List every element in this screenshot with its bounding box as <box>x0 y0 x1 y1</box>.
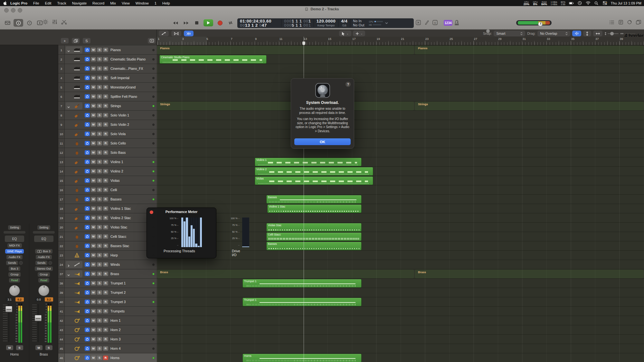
track-on-button[interactable] <box>85 57 90 61</box>
mute-button[interactable]: M <box>91 272 96 276</box>
record-enable-button[interactable]: R <box>103 104 108 108</box>
help-button[interactable]: ? <box>346 82 351 87</box>
track-header[interactable]: MSRSolo Bass <box>65 148 157 157</box>
solo-button[interactable]: S <box>97 346 102 351</box>
track-header[interactable]: MSRHarp <box>65 251 157 260</box>
track-on-button[interactable] <box>85 272 90 276</box>
strip-solo-button[interactable]: S <box>16 345 23 350</box>
performance-meter-window[interactable]: Performance Meter 100 %75 %50 %25 % 100 … <box>147 208 216 258</box>
track-row-solo-bass[interactable]: 12MSRSolo Bass <box>58 148 157 157</box>
track-header[interactable]: MSRSolo Cello <box>65 139 157 148</box>
lcd-mode-chevron[interactable] <box>385 18 390 28</box>
track-on-button[interactable] <box>85 104 90 108</box>
track-on-button[interactable] <box>85 328 90 332</box>
track-on-button[interactable] <box>85 337 90 341</box>
send-knob[interactable] <box>19 261 23 265</box>
solo-button[interactable]: S <box>97 253 102 257</box>
mute-button[interactable]: M <box>91 328 96 332</box>
track-row-horn-1[interactable]: 42MSRHorn 1 <box>58 316 157 325</box>
track-row-horn-3[interactable]: 44MSRHorn 3 <box>58 335 157 344</box>
solo-button[interactable]: S <box>97 234 102 239</box>
chevron-down-icon[interactable] <box>67 272 70 278</box>
strip-mute-button[interactable]: M <box>35 345 43 350</box>
solo-button[interactable]: S <box>97 244 102 248</box>
mute-button[interactable]: M <box>91 94 96 99</box>
mute-button[interactable]: M <box>91 85 96 89</box>
track-on-button[interactable] <box>85 160 90 164</box>
track-row-basses-stac[interactable]: 22MSRBasses Stac <box>58 241 157 251</box>
mute-button[interactable]: M <box>91 113 96 117</box>
waveform-zoom-button[interactable] <box>572 31 581 36</box>
strip-mute-button[interactable]: M <box>6 345 13 350</box>
track-row-trumpets[interactable]: 41MSRTrumpets <box>58 307 157 316</box>
track-row-celli[interactable]: 16MSRCelli <box>58 185 157 195</box>
solo-button[interactable]: S <box>97 272 102 276</box>
track-on-button[interactable] <box>85 300 90 304</box>
send-knob[interactable] <box>48 261 52 265</box>
record-enable-button[interactable]: R <box>103 85 108 89</box>
stack-summary-region[interactable] <box>157 102 414 110</box>
record-enable-button[interactable]: R <box>103 244 108 248</box>
menu-item-track[interactable]: Track <box>54 1 69 5</box>
midi-region-cinematic-studio-piano[interactable]: Cinematic Studio Piano <box>159 55 267 64</box>
library-icon[interactable] <box>3 19 12 27</box>
track-header-config-button[interactable] <box>148 38 156 43</box>
add-track-button[interactable]: + <box>61 38 69 43</box>
drag-select[interactable]: No Overlap <box>537 31 570 36</box>
mute-button[interactable]: M <box>91 197 96 201</box>
apple-menu-icon[interactable] <box>3 1 7 5</box>
vertical-zoom-button[interactable] <box>583 31 591 36</box>
track-row-spitfire-felt-piano[interactable]: 6MSRSpitfire Felt Piano <box>58 92 157 101</box>
track-header[interactable]: MSRPianos <box>65 45 157 54</box>
mute-button[interactable]: M <box>91 76 96 80</box>
track-header[interactable]: MSRBasses <box>65 195 157 204</box>
master-volume-slider[interactable] <box>516 20 552 25</box>
close-window-button[interactable] <box>4 8 9 13</box>
read-slot[interactable]: Read <box>9 278 20 283</box>
strip-solo-button[interactable]: S <box>45 345 52 350</box>
track-on-button[interactable] <box>85 188 90 192</box>
track-on-button[interactable] <box>85 85 90 89</box>
stereo-out-slot[interactable]: Stereo Out <box>35 266 53 271</box>
stack-summary-region[interactable] <box>415 102 644 110</box>
record-enable-button[interactable]: R <box>103 197 108 201</box>
mute-button[interactable]: M <box>91 122 96 127</box>
group-slot[interactable]: Group <box>38 272 50 277</box>
track-row-celli-stacc[interactable]: 21MSRCelli Stacc <box>58 232 157 241</box>
track-on-button[interactable] <box>85 234 90 239</box>
menu-item-file[interactable]: File <box>30 1 42 5</box>
record-enable-button[interactable]: R <box>103 225 108 229</box>
menu-item-navigate[interactable]: Navigate <box>69 1 90 5</box>
track-on-button[interactable] <box>85 262 90 267</box>
track-row-violins-1[interactable]: 13MSRViolins 1 <box>58 157 157 167</box>
mute-button[interactable]: M <box>91 300 96 304</box>
track-row-violas[interactable]: 15MSRViolas <box>58 176 157 185</box>
note-pads-icon[interactable] <box>619 20 623 26</box>
solo-button[interactable]: S <box>97 169 102 173</box>
audio-fx-slot[interactable]: Audio FX <box>36 255 52 259</box>
sine-playe-slot[interactable]: SINE Playe <box>5 249 24 254</box>
track-on-button[interactable] <box>85 197 90 201</box>
ok-button[interactable]: OK <box>294 138 351 145</box>
mute-button[interactable]: M <box>91 262 96 267</box>
track-on-button[interactable] <box>85 141 90 145</box>
close-icon[interactable] <box>150 210 153 214</box>
track-on-button[interactable] <box>85 113 90 117</box>
solo-button[interactable]: S <box>97 178 102 183</box>
wifi-icon[interactable] <box>586 1 591 5</box>
record-enable-button[interactable]: R <box>103 281 108 285</box>
eq-slot[interactable]: EQ <box>5 236 24 242</box>
mute-button[interactable]: M <box>91 225 96 229</box>
mute-button[interactable]: M <box>91 150 96 155</box>
track-header[interactable]: MSRCinematic...Piano_FX <box>65 64 157 73</box>
track-row-violins-2-stac[interactable]: 19MSRViolins 2 Stac <box>58 213 157 223</box>
stop-button[interactable] <box>193 19 201 26</box>
track-on-button[interactable] <box>85 281 90 285</box>
record-enable-button[interactable]: R <box>103 262 108 267</box>
track-row-horn-2[interactable]: 43MSRHorn 2 <box>58 325 157 335</box>
pencil-tool-icon[interactable] <box>424 20 429 26</box>
count-in-button[interactable]: 1234 <box>444 20 452 26</box>
track-row-cinematic-piano-fx[interactable]: 3MSRCinematic...Piano_FX <box>58 64 157 73</box>
mute-button[interactable]: M <box>91 104 96 108</box>
mute-button[interactable]: M <box>91 253 96 257</box>
